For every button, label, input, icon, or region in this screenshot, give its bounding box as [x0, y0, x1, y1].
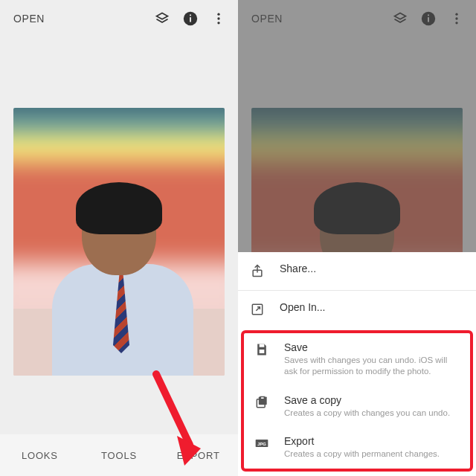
sheet-subtitle: Creates a copy with changes you can undo…: [284, 408, 460, 419]
info-icon[interactable]: [181, 10, 199, 28]
sheet-subtitle: Saves with changes you can undo. iOS wil…: [284, 355, 460, 378]
sheet-export[interactable]: JPG Export Creates a copy with permanent…: [244, 427, 470, 469]
tab-looks[interactable]: LOOKS: [0, 434, 80, 476]
sheet-title: Save: [284, 341, 460, 353]
topbar: OPEN: [0, 0, 238, 37]
left-screenshot: OPEN LOOKS TOOLS EXPORT: [0, 0, 238, 476]
tab-export[interactable]: EXPORT: [158, 434, 238, 476]
sheet-share[interactable]: Share...: [238, 252, 476, 290]
sheet-title: Share...: [280, 263, 464, 274]
share-icon: [250, 263, 266, 280]
svg-text:JPG: JPG: [257, 442, 266, 446]
more-icon[interactable]: [210, 10, 228, 28]
svg-point-5: [217, 22, 219, 24]
save-icon: [254, 342, 271, 358]
sheet-open-in[interactable]: Open In...: [238, 290, 476, 329]
svg-rect-2: [190, 15, 191, 16]
sheet-subtitle: Creates a copy with permanent changes.: [284, 448, 460, 460]
bottom-tabs: LOOKS TOOLS EXPORT: [0, 434, 238, 476]
svg-rect-1: [190, 17, 191, 22]
svg-rect-15: [260, 344, 265, 347]
sheet-title: Save a copy: [284, 394, 460, 406]
svg-rect-16: [260, 350, 265, 353]
sheet-title: Export: [284, 435, 460, 447]
highlight-annotation: Save Saves with changes you can undo. iO…: [241, 330, 473, 472]
save-copy-icon: [254, 395, 271, 411]
tab-tools[interactable]: TOOLS: [80, 434, 159, 476]
svg-point-3: [217, 13, 219, 16]
open-in-icon: [250, 302, 266, 318]
open-button[interactable]: OPEN: [13, 13, 45, 25]
jpg-icon: JPG: [254, 436, 271, 452]
svg-point-4: [217, 17, 219, 19]
sheet-title: Open In...: [280, 301, 464, 313]
right-screenshot: OPEN Share...: [238, 0, 476, 476]
layers-icon[interactable]: [153, 10, 171, 28]
photo-canvas[interactable]: [13, 108, 225, 376]
export-sheet: Share... Open In... Save Saves with chan…: [238, 252, 476, 476]
sheet-save-copy[interactable]: Save a copy Creates a copy with changes …: [244, 386, 470, 428]
sheet-save[interactable]: Save Saves with changes you can undo. iO…: [244, 333, 470, 386]
